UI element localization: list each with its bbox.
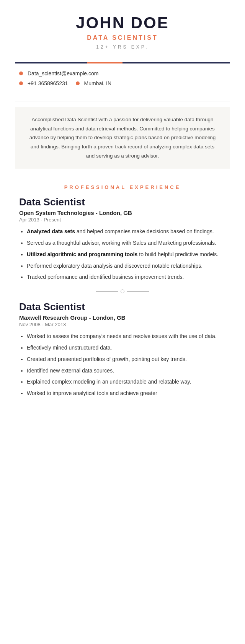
bullet-2-6: Worked to improve analytical tools and a… xyxy=(27,389,226,398)
job-company-2: Maxwell Research Group - London, GB xyxy=(19,314,226,321)
job-company-1: Open System Technologies - London, GB xyxy=(19,210,226,216)
summary-text: Accomplished Data Scientist with a passi… xyxy=(29,117,216,159)
divider-orange xyxy=(87,62,122,63)
job-bullets-2: Worked to assess the company's needs and… xyxy=(19,332,226,398)
resume-container: JOHN DOE DATA SCIENTIST 12+ YRS EXP. Dat… xyxy=(0,0,245,398)
job-title-1: Data Scientist xyxy=(19,196,226,208)
professional-experience-title: PROFESSIONAL EXPERIENCE xyxy=(15,184,230,190)
contact-divider xyxy=(15,101,230,101)
bullet-2-3: Created and presented portfolios of grow… xyxy=(27,355,226,364)
bullet-1-1: Analyzed data sets and helped companies … xyxy=(27,227,226,236)
job-dates-1: Apr 2013 - Present xyxy=(19,217,226,223)
summary-divider xyxy=(15,175,230,175)
job-bullets-1: Analyzed data sets and helped companies … xyxy=(19,227,226,282)
phone-dot-icon xyxy=(19,81,23,85)
years-experience: 12+ YRS EXP. xyxy=(15,44,230,50)
summary-box: Accomplished Data Scientist with a passi… xyxy=(15,107,230,169)
bold-analyzed: Analyzed data sets xyxy=(27,228,75,234)
email-address: Data_scientist@example.com xyxy=(28,70,98,76)
sep-line-right xyxy=(127,291,149,292)
job-separator xyxy=(15,289,230,293)
divider-dark-left xyxy=(15,62,87,63)
contact-section: Data_scientist@example.com +91 365896523… xyxy=(0,63,245,96)
job-dates-2: Nov 2008 - Mar 2013 xyxy=(19,322,226,327)
header-divider xyxy=(15,62,230,63)
bullet-1-4: Performed exploratory data analysis and … xyxy=(27,262,226,271)
bullet-2-1: Worked to assess the company's needs and… xyxy=(27,332,226,341)
location-dot-icon xyxy=(76,81,80,85)
header-section: JOHN DOE DATA SCIENTIST 12+ YRS EXP. xyxy=(0,0,245,57)
sep-wrap xyxy=(96,289,149,293)
sep-circle-icon xyxy=(121,289,124,293)
bullet-2-4: Identified new external data sources. xyxy=(27,366,226,376)
email-dot-icon xyxy=(19,72,23,75)
job-title-2: Data Scientist xyxy=(19,301,226,313)
bullet-2-2: Effectively mined unstructured data. xyxy=(27,343,226,353)
bullet-1-5: Tracked performance and identified busin… xyxy=(27,273,226,282)
location-contact: Mumbai, IN xyxy=(76,80,112,86)
bullet-1-2: Served as a thoughtful advisor, working … xyxy=(27,239,226,248)
bullet-1-3: Utilized algorithmic and programming too… xyxy=(27,250,226,259)
sep-line-left xyxy=(96,291,118,292)
job-entry-2: Data Scientist Maxwell Research Group - … xyxy=(0,301,245,398)
phone-location-row: +91 3658965231 Mumbai, IN xyxy=(19,80,226,86)
candidate-title: DATA SCIENTIST xyxy=(15,34,230,41)
email-contact: Data_scientist@example.com xyxy=(19,70,226,76)
candidate-name: JOHN DOE xyxy=(15,14,230,32)
phone-contact: +91 3658965231 xyxy=(19,80,68,86)
bullet-2-5: Explained complex modeling in an underst… xyxy=(27,377,226,387)
bold-utilized: Utilized algorithmic and programming too… xyxy=(27,251,137,257)
job-entry-1: Data Scientist Open System Technologies … xyxy=(0,196,245,282)
location-text: Mumbai, IN xyxy=(84,80,112,86)
divider-dark-right xyxy=(122,62,230,63)
phone-number: +91 3658965231 xyxy=(28,80,68,86)
